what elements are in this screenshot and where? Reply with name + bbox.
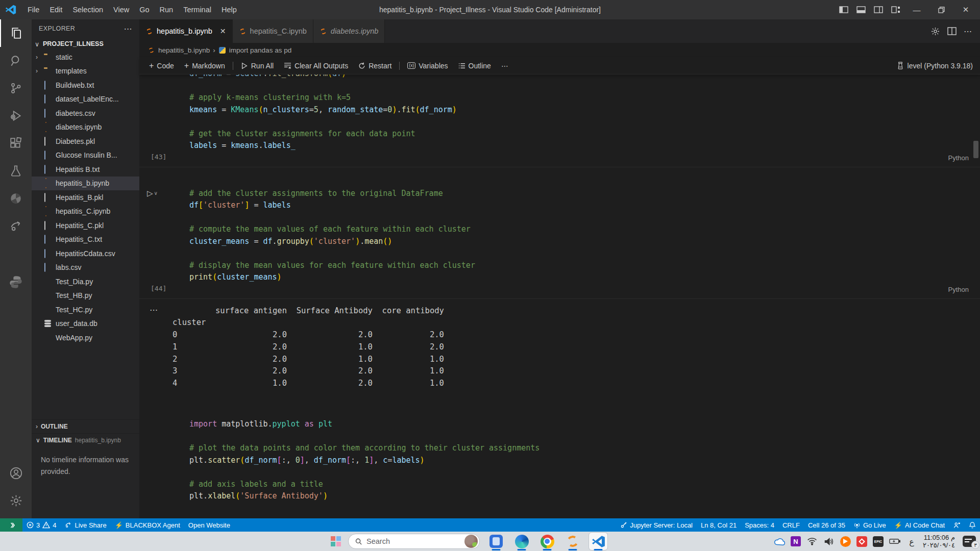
close-icon[interactable]: ✕ [220, 27, 226, 35]
file-Hepatitis_C.pkl[interactable]: Hepatitis_C.pkl [32, 218, 139, 233]
more-actions-icon[interactable]: ⋯ [964, 27, 972, 36]
file-Test_Dia.py[interactable]: Test_Dia.py [32, 274, 139, 289]
code-line[interactable]: # add the cluster assignments to the ori… [189, 188, 980, 200]
code-line[interactable]: df_norm = scaler.fit_transform(df) [189, 74, 980, 80]
tab-hepatitis_b.ipynb[interactable]: hepatitis_b.ipynb✕ [139, 19, 233, 43]
clock[interactable]: 11:05:06 م ٢٠٢٥/٠٩/٠٤ [923, 534, 955, 549]
taskbar-app-jupyter[interactable] [564, 533, 582, 550]
code-line[interactable]: import matplotlib.pyplot as plt [189, 418, 980, 431]
cell-language[interactable]: Python [948, 154, 969, 162]
code-line[interactable]: df['cluster'] = labels [189, 199, 980, 212]
accounts-icon[interactable] [0, 459, 32, 487]
search-highlight-image[interactable] [464, 535, 478, 548]
toggle-sidebar-icon[interactable] [836, 3, 851, 16]
file-Hepatitis_C.txt[interactable]: Hepatitis_C.txt [32, 233, 139, 247]
file-user_data.db[interactable]: user_data.db [32, 317, 139, 331]
file-Test_HB.py[interactable]: Test_HB.py [32, 289, 139, 303]
add-markdown-cell-button[interactable]: +Markdown [180, 59, 230, 72]
close-button[interactable]: ✕ [954, 1, 977, 18]
notification-center-icon[interactable]: ٣ [963, 536, 976, 547]
code-line[interactable]: cluster_means = df.groupby('cluster').me… [189, 236, 980, 248]
taskbar-app-documents[interactable] [487, 533, 505, 550]
volume-icon[interactable] [823, 536, 835, 547]
file-Hepatitis_B.pkl[interactable]: Hepatitis_B.pkl [32, 190, 139, 205]
taskbar-app-vscode[interactable] [589, 533, 607, 550]
code-line[interactable]: # apply k-means clustering with k=5 [189, 92, 980, 104]
run-all-button[interactable]: Run All [236, 59, 278, 72]
menu-help[interactable]: Help [216, 6, 242, 14]
file-dataset_LabelEnc...[interactable]: dataset_LabelEnc... [32, 92, 139, 107]
wifi-icon[interactable] [806, 536, 818, 547]
tab-hepatitis_C.ipynb[interactable]: hepatitis_C.ipynb [233, 19, 313, 43]
file-Glucose Insulin B...[interactable]: Glucose Insulin B... [32, 148, 139, 163]
file-hepatitis_b.ipynb[interactable]: hepatitis_b.ipynb [32, 177, 139, 191]
file-labs.csv[interactable]: labs.csv [32, 261, 139, 275]
browser-tools-icon[interactable] [0, 185, 32, 212]
taskbar-app-chrome[interactable] [538, 533, 556, 550]
timeline-section[interactable]: ∨ TIMELINE hepatitis_b.ipynb [32, 433, 139, 447]
notebook-cell[interactable]: import matplotlib.pyplot as plt # plot t… [139, 418, 980, 503]
menu-edit[interactable]: Edit [44, 6, 67, 14]
clear-all-outputs-button[interactable]: Clear All Outputs [279, 59, 353, 72]
file-Diabetes.pkl[interactable]: Diabetes.pkl [32, 134, 139, 148]
customize-layout-icon[interactable] [888, 3, 903, 16]
open-website-status[interactable]: Open Website [184, 518, 234, 532]
python-extension-icon[interactable] [0, 268, 32, 296]
split-editor-icon[interactable] [947, 27, 957, 35]
code-line[interactable] [189, 431, 980, 443]
cell-code[interactable]: # add the cluster assignments to the ori… [173, 188, 980, 284]
code-line[interactable]: # plot the data points and color them ac… [189, 442, 980, 455]
file-HepatitisCdata.csv[interactable]: HepatitisCdata.csv [32, 246, 139, 261]
code-line[interactable]: kmeans = KMeans(n_clusters=5, random_sta… [189, 104, 980, 116]
code-line[interactable]: # get the cluster assignments for each d… [189, 128, 980, 140]
notebook-cell[interactable]: ▷∨# add the cluster assignments to the o… [139, 188, 980, 284]
settings-gear-icon[interactable] [0, 487, 32, 514]
code-line[interactable] [189, 212, 980, 224]
code-line[interactable]: # display the mean values for each featu… [189, 260, 980, 272]
outline-section[interactable]: › OUTLINE [32, 419, 139, 433]
go-live-status[interactable]: Go Live [849, 518, 890, 532]
remote-indicator[interactable] [0, 518, 22, 532]
cursor-position[interactable]: Ln 8, Col 21 [697, 518, 741, 532]
source-control-icon[interactable] [0, 74, 32, 102]
menu-selection[interactable]: Selection [67, 6, 108, 14]
project-root[interactable]: ∨ PROJECT_ILLNESS [32, 38, 139, 50]
code-line[interactable]: labels = kmeans.labels_ [189, 140, 980, 152]
code-line[interactable] [189, 116, 980, 128]
file-WebApp.py[interactable]: WebApp.py [32, 331, 139, 345]
ai-code-chat-status[interactable]: ⚡AI Code Chat [890, 518, 949, 532]
notebook-settings-gear-icon[interactable] [930, 27, 940, 36]
extensions-icon[interactable] [0, 130, 32, 157]
menu-view[interactable]: View [108, 6, 134, 14]
cell-code[interactable]: import matplotlib.pyplot as plt # plot t… [173, 418, 980, 503]
indentation[interactable]: Spaces: 4 [741, 518, 778, 532]
outline-button[interactable]: Outline [454, 59, 496, 72]
explorer-more-icon[interactable]: ⋯ [124, 24, 132, 34]
add-code-cell-button[interactable]: +Code [144, 59, 179, 72]
file-diabetes.csv[interactable]: diabetes.csv [32, 106, 139, 120]
restart-button[interactable]: Restart [354, 59, 396, 72]
menu-file[interactable]: File [22, 6, 44, 14]
toggle-panel-icon[interactable] [853, 3, 869, 16]
minimize-button[interactable]: — [905, 1, 928, 18]
file-Hepatitis B.txt[interactable]: Hepatitis B.txt [32, 162, 139, 177]
code-line[interactable]: print(cluster_means) [189, 271, 980, 284]
run-cell-button[interactable]: ▷∨ [147, 189, 158, 198]
file-Test_HC.py[interactable]: Test_HC.py [32, 303, 139, 317]
menu-go[interactable]: Go [134, 6, 154, 14]
live-share-icon[interactable] [0, 212, 32, 240]
code-line[interactable]: plt.scatter(df_norm[:, 0], df_norm[:, 1]… [189, 455, 980, 467]
code-line[interactable]: # add axis labels and a title [189, 479, 980, 491]
explorer-icon[interactable] [0, 19, 32, 47]
jupyter-server-status[interactable]: Jupyter Server: Local [616, 518, 697, 532]
file-Buildweb.txt[interactable]: Buildweb.txt [32, 78, 139, 92]
cell-language[interactable]: Python [948, 286, 969, 293]
language-indicator[interactable]: ع [906, 536, 917, 547]
battery-icon[interactable] [889, 536, 900, 547]
code-line[interactable]: plt.xlabel('Surface Antibody') [189, 490, 980, 503]
code-line[interactable] [189, 247, 980, 260]
live-share-status[interactable]: Live Share [60, 518, 110, 532]
variables-button[interactable]: (x)Variables [403, 59, 452, 72]
file-diabetes.ipynb[interactable]: diabetes.ipynb [32, 120, 139, 135]
output-more-icon[interactable]: ⋯ [150, 305, 158, 315]
